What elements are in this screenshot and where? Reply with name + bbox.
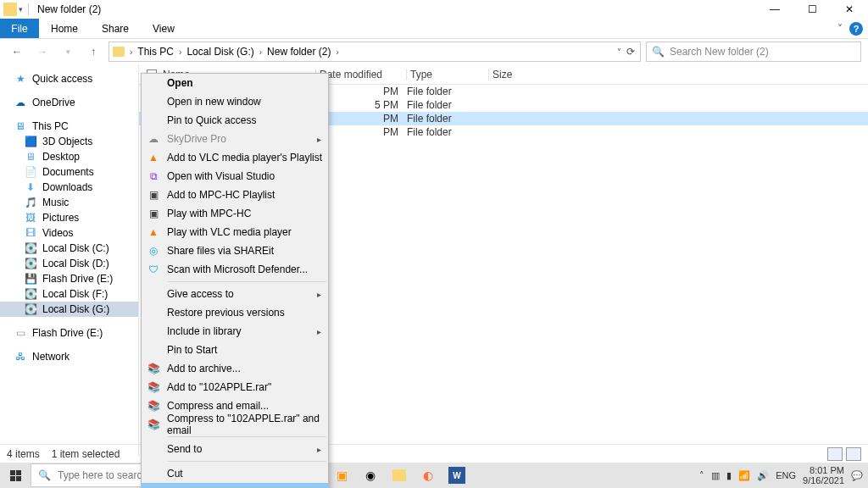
menu-item-give-access-to[interactable]: Give access to▸ (142, 285, 328, 303)
sidebar-this-pc[interactable]: 🖥This PC (0, 119, 138, 134)
sidebar-item-flash-drive-e-[interactable]: 💾Flash Drive (E:) (0, 271, 138, 286)
menu-item-add-to-102apple-rar[interactable]: 📚Add to "102APPLE.rar" (142, 378, 328, 396)
menu-item-add-to-archive[interactable]: 📚Add to archive... (142, 359, 328, 378)
up-button[interactable]: ↑ (83, 42, 103, 62)
chevron-right-icon[interactable]: › (332, 47, 342, 57)
folder-icon (113, 47, 125, 57)
qat-folder-icon[interactable] (3, 3, 17, 16)
menu-item-play-with-mpc-hc[interactable]: ▣Play with MPC-HC (142, 204, 328, 223)
titlebar: ▾ New folder (2) — ☐ ✕ (0, 0, 868, 19)
qat-dropdown-icon[interactable]: ▾ (19, 5, 23, 14)
addr-dropdown-icon[interactable]: ˅ (617, 47, 621, 57)
address-bar: ← → ▾ ↑ › This PC › Local Disk (G:) › Ne… (0, 39, 868, 64)
chevron-right-icon[interactable]: › (256, 47, 265, 57)
sidebar-item-music[interactable]: 🎵Music (0, 195, 138, 210)
tab-home[interactable]: Home (39, 19, 90, 38)
folder-icon: 🎞 (24, 227, 37, 239)
rar-icon: 📚 (147, 399, 160, 413)
sidebar-item-documents[interactable]: 📄Documents (0, 164, 138, 180)
start-button[interactable] (0, 463, 31, 488)
sidebar-network[interactable]: 🖧Network (0, 349, 138, 364)
tray-clock[interactable]: 8:01 PM 9/16/2021 (803, 465, 844, 485)
column-date[interactable]: Date modified (320, 69, 406, 80)
menu-item-copy[interactable]: Copy (142, 483, 328, 488)
forward-button[interactable]: → (32, 42, 53, 62)
maximize-button[interactable]: ☐ (793, 0, 831, 19)
task-explorer-icon[interactable] (385, 463, 414, 488)
menu-item-pin-to-start[interactable]: Pin to Start (142, 341, 328, 359)
tray-wifi-icon[interactable]: 📶 (738, 470, 750, 481)
chevron-right-icon: ▸ (317, 327, 321, 336)
search-input[interactable]: 🔍 Search New folder (2) (646, 42, 861, 62)
tab-view[interactable]: View (141, 19, 186, 38)
sidebar-flash-drive[interactable]: ▭Flash Drive (E:) (0, 325, 138, 341)
minimize-button[interactable]: — (756, 0, 793, 19)
menu-item-restore-previous-versions[interactable]: Restore previous versions (142, 303, 328, 322)
sidebar-item-local-disk-g-[interactable]: 💽Local Disk (G:) (0, 302, 138, 317)
task-firefox-icon[interactable]: ◐ (414, 463, 442, 488)
tray-volume-icon[interactable]: 🔊 (757, 470, 769, 481)
sidebar-item-downloads[interactable]: ⬇Downloads (0, 180, 138, 195)
menu-item-pin-to-quick-access[interactable]: Pin to Quick access (142, 111, 328, 130)
taskbar-search-placeholder: Type here to search (58, 469, 147, 481)
status-items: 4 items (7, 448, 40, 460)
task-sublime-icon[interactable]: ▣ (327, 463, 356, 488)
menu-item-send-to[interactable]: Send to▸ (142, 440, 328, 458)
tab-share[interactable]: Share (90, 19, 141, 38)
menu-item-add-to-vlc-media-player-s-playlist[interactable]: ▲Add to VLC media player's Playlist (142, 148, 328, 167)
menu-item-play-with-vlc-media-player[interactable]: ▲Play with VLC media player (142, 223, 328, 241)
shareit-icon: ◎ (147, 244, 160, 258)
tray-touchpad-icon[interactable]: ▥ (711, 470, 720, 481)
search-placeholder: Search New folder (2) (670, 46, 769, 58)
sidebar-onedrive[interactable]: ☁OneDrive (0, 95, 138, 110)
sidebar-item-videos[interactable]: 🎞Videos (0, 225, 138, 241)
chevron-right-icon: ▸ (317, 445, 321, 454)
sidebar-item-desktop[interactable]: 🖥Desktop (0, 149, 138, 164)
crumb-this-pc[interactable]: This PC (137, 46, 174, 58)
search-icon: 🔍 (652, 46, 665, 58)
view-details-icon[interactable] (827, 447, 843, 461)
task-word-icon[interactable]: W (448, 467, 465, 484)
crumb-folder[interactable]: New folder (2) (267, 46, 331, 58)
crumb-drive[interactable]: Local Disk (G:) (186, 46, 253, 58)
menu-item-open[interactable]: Open (142, 74, 328, 92)
column-size[interactable]: Size (492, 69, 543, 80)
task-chrome-icon[interactable]: ◉ (356, 463, 385, 488)
sidebar-quick-access[interactable]: ★Quick access (0, 71, 138, 86)
menu-item-compress-to-102apple-rar-and-email[interactable]: 📚Compress to "102APPLE.rar" and email (142, 415, 328, 434)
chevron-right-icon[interactable]: › (175, 47, 185, 57)
back-button[interactable]: ← (7, 42, 27, 62)
view-large-icon[interactable] (846, 447, 861, 461)
file-tab[interactable]: File (0, 19, 39, 38)
breadcrumb[interactable]: › This PC › Local Disk (G:) › New folder… (108, 42, 641, 62)
mpc-icon: ▣ (147, 207, 160, 220)
menu-item-cut[interactable]: Cut (142, 464, 328, 483)
sidebar-item-3d-objects[interactable]: 🟦3D Objects (0, 134, 138, 149)
sidebar-item-local-disk-c-[interactable]: 💽Local Disk (C:) (0, 241, 138, 256)
chevron-right-icon[interactable]: › (126, 47, 136, 57)
folder-icon: 🖼 (24, 212, 37, 224)
rar-icon: 📚 (147, 418, 160, 431)
chevron-right-icon: ▸ (317, 290, 321, 299)
sidebar-item-local-disk-f-[interactable]: 💽Local Disk (F:) (0, 286, 138, 302)
menu-item-scan-with-microsoft-defender[interactable]: 🛡Scan with Microsoft Defender... (142, 260, 328, 279)
help-icon[interactable]: ? (849, 22, 863, 36)
refresh-icon[interactable]: ⟳ (626, 46, 635, 58)
close-button[interactable]: ✕ (831, 0, 868, 19)
tray-battery-icon[interactable]: ▮ (726, 470, 732, 481)
window-title: New folder (2) (37, 3, 101, 15)
tray-notifications-icon[interactable]: 💬 (851, 470, 863, 481)
menu-item-share-files-via-shareit[interactable]: ◎Share files via SHAREit (142, 241, 328, 260)
sidebar-item-local-disk-d-[interactable]: 💽Local Disk (D:) (0, 256, 138, 271)
menu-item-skydrive-pro[interactable]: ☁SkyDrive Pro▸ (142, 130, 328, 148)
menu-item-include-in-library[interactable]: Include in library▸ (142, 322, 328, 341)
menu-item-add-to-mpc-hc-playlist[interactable]: ▣Add to MPC-HC Playlist (142, 186, 328, 204)
menu-item-open-with-visual-studio[interactable]: ⧉Open with Visual Studio (142, 167, 328, 186)
ribbon-chevron-icon[interactable]: ˅ (837, 23, 843, 35)
tray-lang[interactable]: ENG (776, 470, 796, 480)
column-type[interactable]: Type (410, 69, 488, 80)
sidebar-item-pictures[interactable]: 🖼Pictures (0, 210, 138, 225)
tray-chevron-icon[interactable]: ˄ (699, 470, 704, 481)
recent-dropdown[interactable]: ▾ (58, 42, 78, 62)
menu-item-open-in-new-window[interactable]: Open in new window (142, 92, 328, 111)
